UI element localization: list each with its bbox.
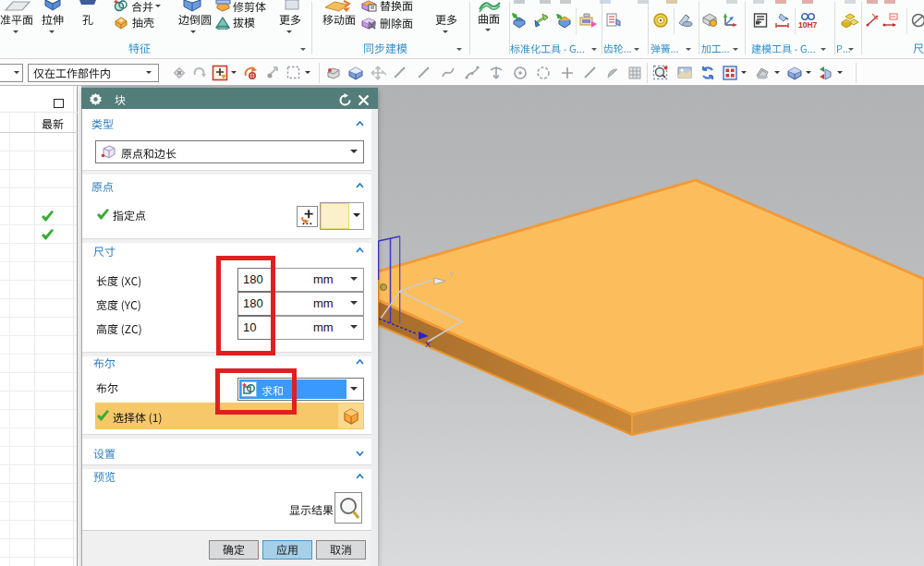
svg-text:10H7: 10H7 — [798, 20, 818, 30]
svg-text:Y: Y — [448, 270, 454, 279]
svg-text:X: X — [425, 340, 431, 349]
